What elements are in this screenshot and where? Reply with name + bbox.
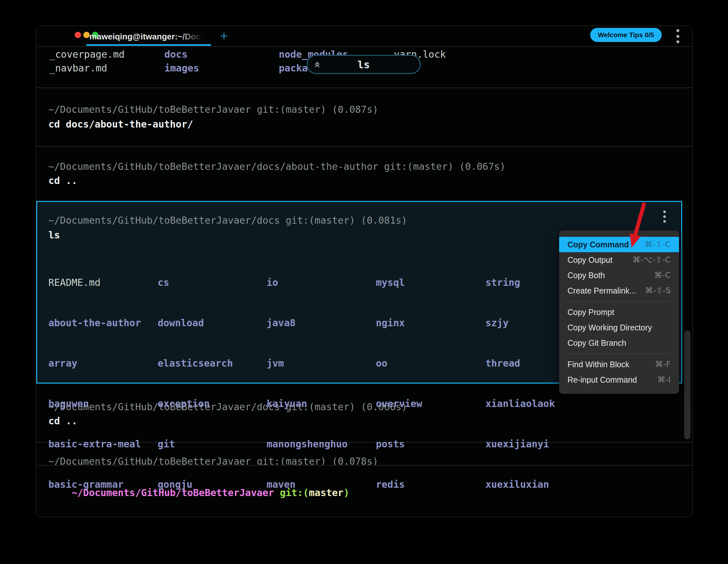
- menu-item-shortcut: ⌘-⇧-S: [645, 283, 671, 298]
- annotation-arrow-icon: [626, 199, 652, 253]
- menu-item-find-within-block[interactable]: Find Within Block ⌘-F: [559, 357, 679, 372]
- ls-entry: gongju: [158, 478, 233, 491]
- ls-entry: about-the-author: [48, 316, 141, 330]
- menu-divider: [567, 301, 671, 302]
- ls-entry: mysql: [376, 276, 434, 289]
- ls-entry: java8: [267, 316, 348, 330]
- menu-item-shortcut: ⌘-I: [658, 372, 671, 387]
- block-prompt-header: ~/Documents/GitHub/toBeBetterJavaer git:…: [48, 103, 378, 116]
- close-window-button[interactable]: [75, 32, 81, 38]
- ls-entry: thread: [485, 357, 555, 370]
- menu-item-label: Copy Command: [567, 237, 629, 252]
- block-divider: [36, 146, 692, 147]
- ls-entry: manongshenghuo: [267, 437, 348, 451]
- block-context-menu: Copy Command ⌘-⇧-C Copy Output ⌘-⌥-⇧-C C…: [559, 230, 679, 394]
- ls-entry: nginx: [376, 316, 434, 330]
- block-command: ls: [48, 228, 60, 242]
- ls-entry: _navbar.md: [49, 62, 107, 75]
- ls-entry: xianliaolaok: [485, 397, 555, 411]
- menu-item-shortcut: ⌘-⌥-⇧-C: [633, 252, 671, 268]
- block-command: cd docs/about-the-author/: [48, 118, 193, 131]
- tab-title-fade: [177, 30, 203, 43]
- ls-entry: _coverpage.md: [49, 48, 125, 61]
- menu-item-shortcut: ⌘-F: [655, 357, 671, 372]
- ls-entry: exception: [158, 397, 233, 411]
- scrollbar-thumb[interactable]: [684, 330, 691, 439]
- ls-entry: baguwen: [48, 397, 141, 411]
- block-prompt-header: ~/Documents/GitHub/toBeBetterJavaer/docs…: [48, 160, 506, 173]
- ls-entry: packa: [279, 62, 308, 75]
- menu-item-copy-command[interactable]: Copy Command ⌘-⇧-C: [559, 237, 679, 252]
- menu-item-copy-working-directory[interactable]: Copy Working Directory: [559, 320, 679, 335]
- ls-entry: cs: [158, 276, 233, 289]
- ls-entry: io: [267, 276, 348, 289]
- ls-entry: szjy: [485, 316, 555, 330]
- ls-entry: basic-grammar: [48, 478, 141, 491]
- menu-item-copy-prompt[interactable]: Copy Prompt: [559, 304, 679, 320]
- active-tab-indicator: [86, 44, 211, 46]
- ls-entry: download: [158, 316, 233, 330]
- ls-entry: images: [164, 62, 199, 75]
- ls-column: mysql nginx oo overview posts redis shig…: [376, 249, 434, 517]
- ls-column: string szjy thread xianliaolaok xuexijia…: [485, 249, 555, 517]
- ls-column: io java8 jvm kaiyuan manongshenghuo mave…: [267, 249, 348, 517]
- desktop: { "titlebar": { "tab_title": "maweiqing@…: [0, 0, 728, 564]
- block-options-icon[interactable]: [663, 211, 666, 223]
- ls-entry: maven: [267, 478, 348, 491]
- terminal-window: maweiqing@itwanger:~/Docum + Welcome Tip…: [36, 26, 693, 517]
- menu-divider: [567, 353, 671, 354]
- menu-item-copy-both[interactable]: Copy Both ⌘-C: [559, 268, 679, 283]
- menu-item-label: Re-input Command: [567, 372, 637, 387]
- titlebar: maweiqing@itwanger:~/Docum + Welcome Tip…: [36, 26, 692, 47]
- menu-item-copy-git-branch[interactable]: Copy Git Branch: [559, 335, 679, 351]
- menu-item-label: Copy Prompt: [567, 304, 614, 320]
- menu-item-label: Copy Both: [567, 268, 605, 283]
- menu-item-label: Copy Git Branch: [567, 335, 626, 351]
- ls-entry: string: [485, 276, 555, 289]
- menu-item-label: Create Permalink...: [567, 283, 636, 298]
- menu-item-create-permalink[interactable]: Create Permalink... ⌘-⇧-S: [559, 283, 679, 298]
- ls-entry: xuexijianyi: [485, 437, 555, 451]
- menu-item-shortcut: ⌘-C: [654, 268, 671, 283]
- block-command: cd ..: [48, 174, 77, 187]
- welcome-tips-button[interactable]: Welcome Tips 0/5: [590, 28, 662, 42]
- ls-entry: elasticsearch: [158, 357, 233, 370]
- ls-entry: overview: [376, 397, 434, 411]
- ls-entry: array: [48, 357, 141, 370]
- window-menu-icon[interactable]: [676, 29, 680, 43]
- ls-entry: basic-extra-meal: [48, 437, 141, 451]
- command-suggestion-pill[interactable]: « ls: [307, 55, 421, 74]
- menu-item-reinput-command[interactable]: Re-input Command ⌘-I: [559, 372, 679, 387]
- ls-column: cs download elasticsearch exception git …: [158, 249, 233, 517]
- ls-entry: git: [158, 437, 233, 451]
- ls-entry: jvm: [267, 357, 348, 370]
- menu-item-label: Find Within Block: [567, 357, 629, 372]
- ls-entry: README.md: [48, 276, 141, 289]
- ls-column: README.md about-the-author array baguwen…: [48, 249, 141, 517]
- menu-item-label: Copy Output: [567, 252, 612, 268]
- minimize-window-button[interactable]: [83, 32, 90, 38]
- new-tab-button[interactable]: +: [218, 28, 230, 45]
- block-prompt-header: ~/Documents/GitHub/toBeBetterJavaer/docs…: [48, 214, 407, 227]
- menu-item-label: Copy Working Directory: [567, 320, 652, 335]
- ls-entry: kaiyuan: [267, 397, 348, 411]
- pill-command-label: ls: [308, 58, 420, 72]
- ls-entry: posts: [376, 437, 434, 451]
- ls-entry: oo: [376, 357, 434, 370]
- ls-entry: docs: [164, 48, 187, 61]
- ls-entry: xuexiluxian: [485, 478, 555, 491]
- menu-item-copy-output[interactable]: Copy Output ⌘-⌥-⇧-C: [559, 252, 679, 268]
- block-divider: [36, 87, 692, 88]
- ls-entry: redis: [376, 478, 434, 491]
